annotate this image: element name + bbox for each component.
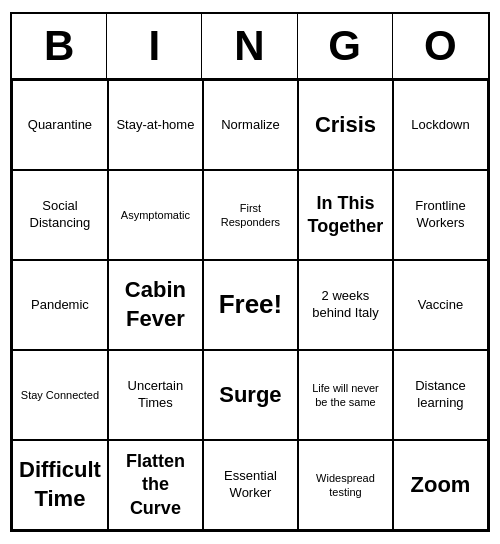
bingo-cell-20: Difficult Time: [12, 440, 108, 530]
bingo-cell-10: Pandemic: [12, 260, 108, 350]
bingo-cell-2: Normalize: [203, 80, 298, 170]
bingo-cell-7: First Responders: [203, 170, 298, 260]
bingo-cell-16: Uncertain Times: [108, 350, 203, 440]
bingo-letter-b: B: [12, 14, 107, 78]
bingo-cell-19: Distance learning: [393, 350, 488, 440]
bingo-cell-5: Social Distancing: [12, 170, 108, 260]
bingo-cell-21: Flatten the Curve: [108, 440, 203, 530]
bingo-cell-23: Widespread testing: [298, 440, 393, 530]
bingo-letter-o: O: [393, 14, 488, 78]
bingo-cell-9: Frontline Workers: [393, 170, 488, 260]
bingo-letter-n: N: [202, 14, 297, 78]
bingo-cell-15: Stay Connected: [12, 350, 108, 440]
bingo-cell-3: Crisis: [298, 80, 393, 170]
bingo-cell-6: Asymptomatic: [108, 170, 203, 260]
bingo-letter-i: I: [107, 14, 202, 78]
bingo-header: BINGO: [12, 14, 488, 80]
bingo-card: BINGO QuarantineStay-at-homeNormalizeCri…: [10, 12, 490, 532]
bingo-cell-18: Life will never be the same: [298, 350, 393, 440]
bingo-cell-17: Surge: [203, 350, 298, 440]
bingo-cell-0: Quarantine: [12, 80, 108, 170]
bingo-cell-8: In This Together: [298, 170, 393, 260]
bingo-grid: QuarantineStay-at-homeNormalizeCrisisLoc…: [12, 80, 488, 530]
bingo-cell-4: Lockdown: [393, 80, 488, 170]
bingo-letter-g: G: [298, 14, 393, 78]
bingo-cell-12: Free!: [203, 260, 298, 350]
bingo-cell-14: Vaccine: [393, 260, 488, 350]
bingo-cell-1: Stay-at-home: [108, 80, 203, 170]
bingo-cell-22: Essential Worker: [203, 440, 298, 530]
bingo-cell-11: Cabin Fever: [108, 260, 203, 350]
bingo-cell-13: 2 weeks behind Italy: [298, 260, 393, 350]
bingo-cell-24: Zoom: [393, 440, 488, 530]
